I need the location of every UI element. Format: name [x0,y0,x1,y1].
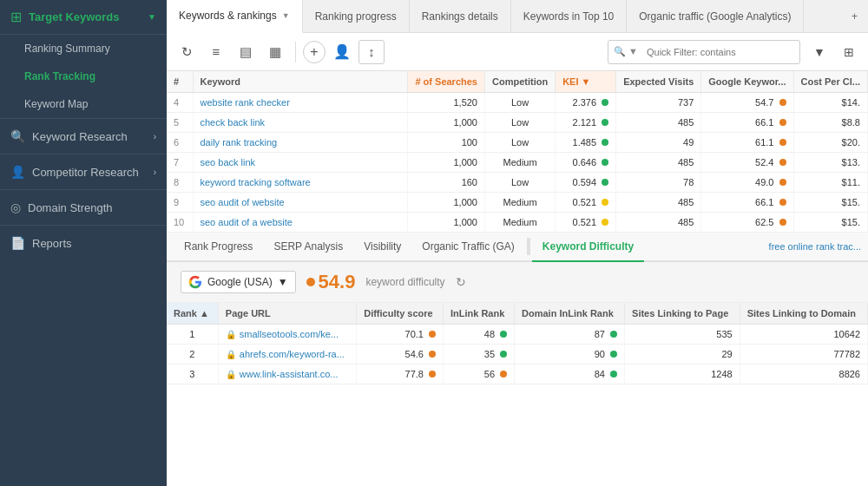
table-row[interactable]: 5 check back link 1,000 Low 2.121 485 66… [167,113,868,133]
bottom-tab-kd[interactable]: Keyword Difficulty [532,233,644,262]
bt-col-sites-page[interactable]: Sites Linking to Page [625,303,740,325]
bt-cell-url[interactable]: 🔒ahrefs.com/keyword-ra... [218,345,356,364]
bt-cell-url[interactable]: 🔒smallseotools.com/ke... [218,325,356,345]
tab-organic-traffic[interactable]: Organic traffic (Google Analytics) [627,0,804,33]
cell-visits: 78 [616,173,701,193]
domain-dot [610,331,617,338]
tab-keywords-top10[interactable]: Keywords in Top 10 [511,0,628,33]
tab-ranking-progress[interactable]: Ranking progress [303,0,410,33]
table-row[interactable]: 10 seo audit of a website 1,000 Medium 0… [167,213,868,233]
filter-button[interactable]: ▼ [807,40,832,64]
sidebar-item-competitor-research[interactable]: 👤 Competitor Research › [0,154,167,189]
cell-searches: 100 [408,133,485,153]
bottom-tab-rank-progress[interactable]: Rank Progress [174,233,263,262]
tab-keywords-rankings[interactable]: Keywords & rankings ▼ [167,0,303,33]
bt-cell-rank: 2 [167,345,218,364]
kd-label: keyword difficulty [365,276,444,288]
sidebar-item-rank-tracking[interactable]: Rank Tracking [0,62,167,90]
sidebar-item-ranking-summary[interactable]: Ranking Summary [0,35,167,62]
cell-visits: 485 [616,113,701,133]
gkw-dot [779,119,786,126]
bottom-tab-organic[interactable]: Organic Traffic (GA) [411,233,524,262]
sidebar-arrow-icon: ▼ [148,12,156,22]
search-icon[interactable]: 🔍 ▼ [608,46,643,57]
table-row[interactable]: 4 website rank checker 1,520 Low 2.376 7… [167,93,868,113]
cell-kei: 0.594 [556,173,616,193]
bt-col-url[interactable]: Page URL [218,303,356,325]
cell-competition: Low [484,113,555,133]
cell-cost: $15. [793,213,867,233]
cell-gkw: 66.1 [701,113,793,133]
col-header-num[interactable]: # [167,71,193,93]
cell-keyword: daily rank tracking [193,133,408,153]
bt-col-rank[interactable]: Rank ▲ [167,303,218,325]
bottom-tab-serp[interactable]: SERP Analysis [263,233,353,262]
bt-cell-sites-page: 1248 [625,364,740,384]
kd-refresh-button[interactable]: ↻ [456,275,466,289]
user-button[interactable]: 👤 [329,40,355,64]
col-header-competition[interactable]: Competition [484,71,555,93]
cell-searches: 1,000 [408,193,485,213]
refresh-button[interactable]: ↻ [174,40,200,64]
kd-header: Google (USA) ▼ 54.9 keyword difficulty ↻ [167,262,868,303]
cell-searches: 1,520 [408,93,485,113]
sidebar-item-keyword-research[interactable]: 🔍 Keyword Research › [0,118,167,154]
sort-button[interactable]: ↕ [358,40,385,64]
bottom-tab-visibility[interactable]: Visibility [353,233,411,262]
cell-kei: 2.376 [556,93,616,113]
cell-competition: Low [484,133,555,153]
sidebar-header[interactable]: ⊞ Target Keywords ▼ [0,0,167,35]
table-row[interactable]: 9 seo audit of website 1,000 Medium 0.52… [167,193,868,213]
sidebar-item-keyword-map[interactable]: Keyword Map [0,90,167,118]
cell-cost: $15. [793,193,867,213]
col-header-kei[interactable]: KEI ▼ [556,71,616,93]
bottom-panel: Rank Progress SERP Analysis Visibility O… [167,233,868,486]
cell-keyword: website rank checker [193,93,408,113]
col-header-gkw[interactable]: Google Keywor... [701,71,793,93]
bt-col-inlink[interactable]: InLink Rank [443,303,514,325]
bt-cell-domain-inlink: 90 [515,345,625,364]
calendar-button[interactable]: ▦ [262,40,288,64]
free-rank-tracker-link[interactable]: free online rank trac... [769,241,861,252]
table-row[interactable]: 8 keyword tracking software 160 Low 0.59… [167,173,868,193]
cell-competition: Low [484,173,555,193]
grid-view-button[interactable]: ⊞ [837,40,861,64]
kei-dot [602,139,608,146]
list-view-button[interactable]: ≡ [203,40,229,64]
col-header-cost[interactable]: Cost Per Cl... [793,71,867,93]
add-tab-button[interactable]: + [841,0,868,33]
sidebar-item-domain-strength[interactable]: ◎ Domain Strength [0,189,167,225]
google-select[interactable]: Google (USA) ▼ [181,271,296,293]
col-header-searches[interactable]: # of Searches [408,71,485,93]
sidebar: ⊞ Target Keywords ▼ Ranking Summary Rank… [0,0,167,486]
col-header-visits[interactable]: Expected Visits [616,71,701,93]
tab-keywords-rankings-label: Keywords & rankings [179,10,277,22]
tab-organic-traffic-label: Organic traffic (Google Analytics) [639,10,791,23]
google-icon [188,275,202,289]
bottom-table-row[interactable]: 3 🔒www.link-assistant.co... 77.8 56 84 1… [167,364,868,384]
chevron-right-icon: › [154,132,156,141]
table-row[interactable]: 7 seo back link 1,000 Medium 0.646 485 5… [167,153,868,173]
cell-kei: 0.646 [556,153,616,173]
gkw-dot [779,99,786,106]
lock-icon: 🔒 [226,330,236,339]
sidebar-item-reports[interactable]: 📄 Reports [0,225,167,260]
col-header-keyword[interactable]: Keyword [193,71,408,93]
table-row[interactable]: 6 daily rank tracking 100 Low 1.485 49 6… [167,133,868,153]
cell-gkw: 49.0 [701,173,793,193]
add-keyword-button[interactable]: + [303,41,326,63]
toolbar: ↻ ≡ ▤ ▦ + 👤 ↕ 🔍 ▼ ▼ ⊞ [167,33,868,71]
tab-rankings-details[interactable]: Rankings details [410,0,511,33]
bottom-table-row[interactable]: 1 🔒smallseotools.com/ke... 70.1 48 87 53… [167,325,868,345]
bt-cell-score: 70.1 [357,325,444,345]
bt-col-score[interactable]: Difficulty score [357,303,444,325]
bt-col-domain-inlink[interactable]: Domain InLink Rank [515,303,625,325]
bt-cell-inlink: 56 [443,364,514,384]
cell-competition: Low [484,93,555,113]
chart-button[interactable]: ▤ [233,40,259,64]
sidebar-item-domain-strength-label: Domain Strength [28,201,113,214]
bt-cell-url[interactable]: 🔒www.link-assistant.co... [218,364,356,384]
bottom-table-row[interactable]: 2 🔒ahrefs.com/keyword-ra... 54.6 35 90 2… [167,345,868,364]
search-input[interactable] [643,47,799,57]
bt-col-sites-domain[interactable]: Sites Linking to Domain [740,303,867,325]
